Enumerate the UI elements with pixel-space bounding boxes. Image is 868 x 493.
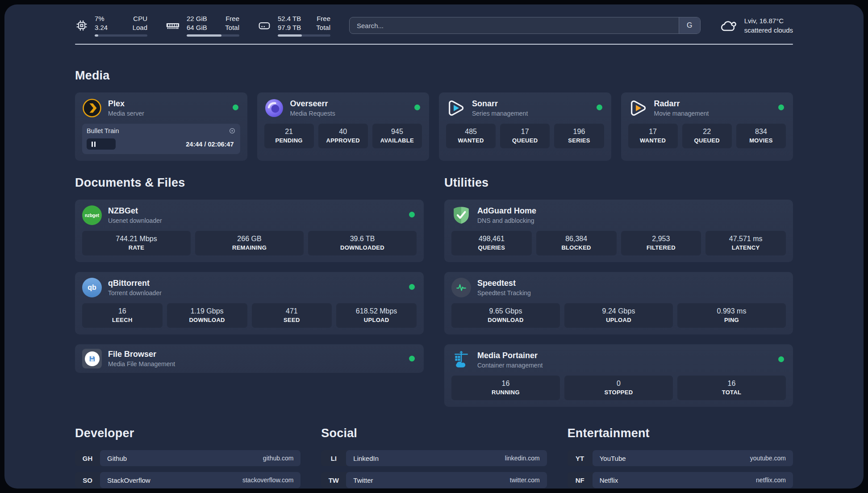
sysstat-value: 7% [95,14,108,23]
bookmark-netflix[interactable]: NF Netflix netflix.com [568,472,793,488]
bookmark-group-entertainment: Entertainment YT YouTube youtube.com NF … [568,409,793,489]
app-card-speedtest[interactable]: Speedtest Speedtest Tracking 9.65 Gbps D… [444,272,793,334]
sysstat-value: 97.9 TB [278,23,301,32]
plex-icon [82,98,102,118]
app-card-file-browser[interactable]: File Browser Media File Management [75,344,424,373]
app-card-nzbget[interactable]: nzbget NZBGet Usenet downloader 744.21 M… [75,200,424,262]
stat-label: QUEUED [684,137,730,144]
app-card-sonarr[interactable]: Sonarr Series management 485 WANTED 17 Q… [439,92,611,161]
sysstat-label: Free [316,14,330,23]
sysstat-value: 64 GiB [187,23,207,32]
stat-value: 16 [679,380,784,388]
app-card-adguard-home[interactable]: AdGuard Home DNS and adblocking 498,461 … [444,200,793,262]
bookmark-github[interactable]: GH Github github.com [75,450,300,466]
stat-tile-series: 196 SERIES [554,124,604,148]
section-title-entertainment: Entertainment [568,426,793,440]
overseerr-icon [264,98,284,118]
now-playing-widget: Bullet Train 24:44 / 02:06:47 [82,124,240,154]
stat-value: 40 [320,128,366,136]
weather-widget[interactable]: Lviv, 16.87°C scattered clouds [719,16,793,35]
stat-label: PING [679,317,784,323]
stat-value: 834 [738,128,784,136]
stat-tile-movies: 834 MOVIES [736,124,786,148]
nzbget-icon: nzbget [82,205,102,225]
stat-label: UPLOAD [338,317,415,323]
stat-value: 16 [84,307,161,315]
stat-value: 498,461 [453,235,530,243]
stat-value: 2,953 [623,235,700,243]
stat-tile-remaining: 266 GB REMAINING [195,231,304,255]
stat-label: QUEUED [502,137,548,144]
app-description: Series management [472,110,528,117]
bookmark-url: stackoverflow.com [242,476,293,484]
section-documents-files: Documents & Files nzbget NZBGet Usenet d… [75,161,424,407]
session-icon [229,127,236,134]
stat-tile-queries: 498,461 QUERIES [451,231,532,255]
bookmark-group-social: Social LI LinkedIn linkedin.com TW Twitt… [321,409,547,489]
bookmark-stackoverflow[interactable]: SO StackOverflow stackoverflow.com [75,472,300,488]
stat-tile-wanted: 17 WANTED [628,124,678,148]
playback-progress-bar[interactable]: 24:44 / 02:06:47 [87,138,236,150]
app-name: Overseerr [290,99,335,109]
stat-label: DOWNLOAD [453,317,558,323]
stat-label: TOTAL [679,389,784,396]
bookmark-abbr: LI [321,450,346,466]
speedtest-icon [451,278,471,297]
stat-tile-pending: 21 PENDING [264,124,314,148]
section-title-developer: Developer [75,426,300,440]
stat-value: 744.21 Mbps [84,235,189,243]
stat-value: 47.571 ms [707,235,784,243]
stat-label: QUERIES [453,244,530,251]
bookmark-abbr: GH [75,450,100,466]
stat-label: WANTED [630,137,676,144]
app-name: Sonarr [472,99,528,109]
search-engine-button[interactable]: G [679,17,700,33]
online-status-dot [409,212,415,217]
app-card-overseerr[interactable]: Overseerr Media Requests 21 PENDING 40 A… [257,92,430,161]
stat-tile-leech: 16 LEECH [82,303,163,328]
stat-label: WANTED [448,137,494,144]
app-description: Container management [477,362,542,369]
dashboard-panel: 7% 3.24 CPU Load 22 GiB 64 GiB Free Tota… [4,4,864,489]
stat-label: LATENCY [707,244,784,251]
adguard-icon [451,205,471,225]
stat-tile-queued: 22 QUEUED [682,124,732,148]
sysstat-label: Free [225,14,239,23]
bookmark-linkedin[interactable]: LI LinkedIn linkedin.com [321,450,547,466]
app-card-radarr[interactable]: Radarr Movie management 17 WANTED 22 QUE… [621,92,793,161]
app-card-media-portainer[interactable]: Media Portainer Container management 16 … [444,344,793,407]
sysstat-value: 22 GiB [187,14,207,23]
stat-label: RATE [84,244,189,251]
stat-tile-ping: 0.993 ms PING [677,303,786,328]
bookmark-abbr: YT [568,450,593,466]
playback-time: 24:44 / 02:06:47 [186,141,234,148]
app-name: AdGuard Home [477,206,536,216]
stat-label: APPROVED [320,137,366,144]
stat-tile-download: 1.19 Gbps DOWNLOAD [167,303,247,328]
sysstat-label: CPU [133,14,147,23]
stat-value: 17 [630,128,676,136]
search-input[interactable] [350,17,679,33]
sysstat-value: 3.24 [95,23,108,32]
ram-icon [165,18,180,33]
bookmark-group-developer: Developer GH Github github.com SO StackO… [75,409,300,489]
stat-label: AVAILABLE [374,137,420,144]
app-card-qbittorrent[interactable]: qb qBittorrent Torrent downloader 16 LEE… [75,272,424,334]
usage-bar [278,34,330,37]
usage-bar [187,34,239,37]
app-description: DNS and adblocking [477,217,536,224]
weather-condition: scattered clouds [744,25,793,35]
stat-value: 16 [453,380,558,388]
sysstat-disk: 52.4 TB 97.9 TB Free Total [257,14,330,37]
stat-tile-seed: 471 SEED [252,303,332,328]
app-name: qBittorrent [108,279,162,288]
bookmark-youtube[interactable]: YT YouTube youtube.com [568,450,793,466]
bookmark-abbr: SO [75,472,100,488]
stat-value: 471 [254,307,330,315]
section-title-social: Social [321,426,547,440]
app-card-plex[interactable]: Plex Media server Bullet Train 24:44 / 0… [75,92,247,161]
bookmark-twitter[interactable]: TW Twitter twitter.com [321,472,547,488]
weather-location-temp: Lviv, 16.87°C [744,16,793,25]
stat-label: MOVIES [738,137,784,144]
stat-value: 21 [266,128,312,136]
